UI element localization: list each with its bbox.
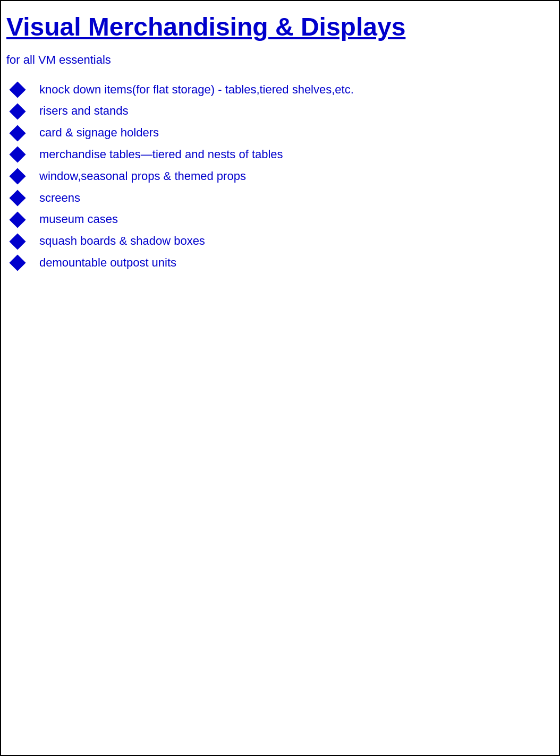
list-item-text: merchandise tables—tiered and nests of t… xyxy=(39,147,283,163)
list-item-text: demountable outpost units xyxy=(39,255,176,271)
bullet-diamond-icon xyxy=(9,211,26,228)
bullet-diamond-icon xyxy=(9,125,26,141)
list-item: window,seasonal props & themed props xyxy=(6,168,554,185)
bullet-list: knock down items(for flat storage) - tab… xyxy=(6,82,554,271)
list-item: screens xyxy=(6,190,554,207)
list-item-text: screens xyxy=(39,190,80,207)
list-item: demountable outpost units xyxy=(6,255,554,271)
bullet-diamond-icon xyxy=(9,147,26,163)
page-subtitle: for all VM essentials xyxy=(6,53,554,67)
list-item: knock down items(for flat storage) - tab… xyxy=(6,82,554,98)
list-item: risers and stands xyxy=(6,103,554,119)
list-item-text: knock down items(for flat storage) - tab… xyxy=(39,82,354,98)
list-item-text: window,seasonal props & themed props xyxy=(39,168,246,185)
bullet-diamond-icon xyxy=(9,190,26,206)
list-item: squash boards & shadow boxes xyxy=(6,233,554,250)
page-title: Visual Merchandising & Displays xyxy=(6,12,554,42)
bullet-diamond-icon xyxy=(9,233,26,250)
list-item-text: risers and stands xyxy=(39,103,129,119)
list-item: card & signage holders xyxy=(6,125,554,141)
list-item-text: museum cases xyxy=(39,211,118,228)
list-item-text: squash boards & shadow boxes xyxy=(39,233,205,250)
bullet-diamond-icon xyxy=(9,168,26,185)
list-item-text: card & signage holders xyxy=(39,125,159,141)
list-item: museum cases xyxy=(6,211,554,228)
bullet-diamond-icon xyxy=(9,81,26,98)
bullet-diamond-icon xyxy=(9,103,26,119)
list-item: merchandise tables—tiered and nests of t… xyxy=(6,147,554,163)
bullet-diamond-icon xyxy=(9,255,26,271)
